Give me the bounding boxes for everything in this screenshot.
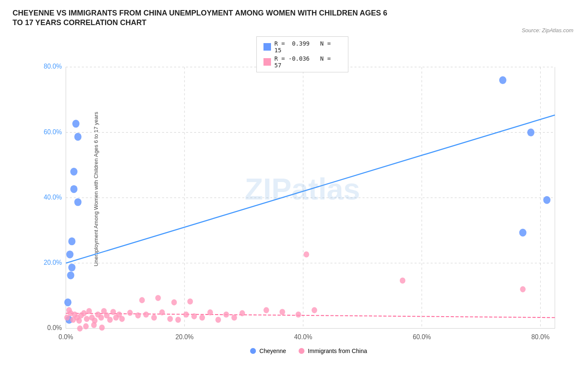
- chart-container: CHEYENNE VS IMMIGRANTS FROM CHINA UNEMPL…: [0, 0, 588, 389]
- legend-r-china: R = -0.036 N = 57: [274, 55, 341, 69]
- svg-point-69: [167, 316, 173, 322]
- svg-point-62: [91, 322, 97, 328]
- svg-point-80: [187, 298, 193, 305]
- svg-point-36: [68, 264, 75, 271]
- svg-point-28: [70, 168, 77, 176]
- svg-point-23: [499, 76, 506, 84]
- svg-point-74: [207, 309, 213, 315]
- svg-point-64: [127, 310, 133, 316]
- svg-text:40.0%: 40.0%: [43, 193, 61, 201]
- bottom-legend-cheyenne: Cheyenne: [250, 348, 286, 354]
- svg-point-76: [223, 311, 229, 317]
- svg-point-30: [74, 133, 82, 141]
- svg-point-52: [98, 315, 104, 321]
- svg-point-67: [151, 315, 157, 321]
- svg-point-25: [543, 196, 550, 204]
- svg-point-37: [67, 271, 74, 279]
- bottom-legend: Cheyenne Immigrants from China: [42, 348, 575, 354]
- svg-point-78: [240, 310, 245, 316]
- svg-text:0.0%: 0.0%: [59, 333, 73, 341]
- svg-point-31: [72, 120, 79, 128]
- svg-point-81: [155, 295, 161, 301]
- svg-point-73: [199, 315, 205, 321]
- svg-point-68: [159, 309, 165, 315]
- svg-point-72: [192, 313, 197, 320]
- svg-point-47: [84, 316, 89, 322]
- svg-point-46: [81, 310, 87, 316]
- svg-point-86: [312, 307, 317, 313]
- svg-point-79: [171, 299, 177, 305]
- svg-point-48: [86, 308, 92, 314]
- bottom-legend-cheyenne-label: Cheyenne: [259, 348, 286, 354]
- svg-point-27: [70, 185, 77, 193]
- svg-point-71: [183, 311, 189, 317]
- svg-line-21: [66, 115, 555, 263]
- svg-point-65: [135, 312, 141, 319]
- legend-item-china: R = -0.036 N = 57: [263, 55, 341, 69]
- svg-point-75: [215, 317, 221, 323]
- svg-point-85: [296, 311, 301, 317]
- svg-text:80.0%: 80.0%: [43, 63, 61, 70]
- svg-point-24: [527, 128, 534, 136]
- svg-point-44: [76, 317, 82, 324]
- svg-point-33: [66, 251, 73, 258]
- svg-point-82: [139, 297, 145, 303]
- bottom-legend-china-label: Immigrants from China: [308, 348, 367, 354]
- svg-point-66: [143, 311, 148, 317]
- legend-color-cheyenne: [263, 43, 271, 51]
- legend-circle-cheyenne: [250, 348, 256, 354]
- svg-point-56: [110, 309, 116, 315]
- chart-area: Unemployment Among Women with Children A…: [42, 32, 563, 346]
- svg-point-88: [400, 277, 405, 284]
- svg-text:40.0%: 40.0%: [294, 333, 312, 341]
- svg-text:60.0%: 60.0%: [413, 333, 431, 341]
- legend-circle-china: [299, 348, 304, 354]
- svg-text:20.0%: 20.0%: [43, 258, 61, 266]
- svg-point-29: [74, 198, 82, 206]
- svg-point-59: [119, 316, 125, 322]
- svg-point-70: [175, 317, 181, 323]
- svg-text:80.0%: 80.0%: [532, 333, 550, 341]
- scatter-plot-svg: 0.0% 20.0% 40.0% 60.0% 80.0% 0.0% 20.0% …: [42, 32, 563, 346]
- svg-point-61: [83, 323, 89, 330]
- svg-point-34: [64, 298, 72, 306]
- svg-point-77: [231, 315, 237, 321]
- legend-r-cheyenne: R = 0.399 N = 15: [274, 40, 341, 54]
- bottom-legend-china: Immigrants from China: [299, 348, 367, 354]
- svg-text:0.0%: 0.0%: [47, 324, 62, 332]
- svg-point-26: [519, 229, 527, 237]
- svg-point-89: [520, 286, 525, 292]
- legend-item-cheyenne: R = 0.399 N = 15: [263, 40, 341, 54]
- legend-color-china: [263, 58, 271, 66]
- svg-text:20.0%: 20.0%: [175, 333, 193, 341]
- svg-point-60: [77, 325, 82, 332]
- svg-point-32: [68, 237, 75, 245]
- svg-text:60.0%: 60.0%: [43, 128, 61, 136]
- svg-point-55: [107, 317, 112, 323]
- svg-point-63: [99, 325, 105, 331]
- chart-title: CHEYENNE VS IMMIGRANTS FROM CHINA UNEMPL…: [13, 8, 389, 28]
- svg-point-87: [304, 251, 309, 258]
- legend-box: R = 0.399 N = 15 R = -0.036 N = 57: [256, 36, 348, 72]
- svg-point-84: [279, 309, 285, 315]
- svg-point-83: [263, 307, 269, 313]
